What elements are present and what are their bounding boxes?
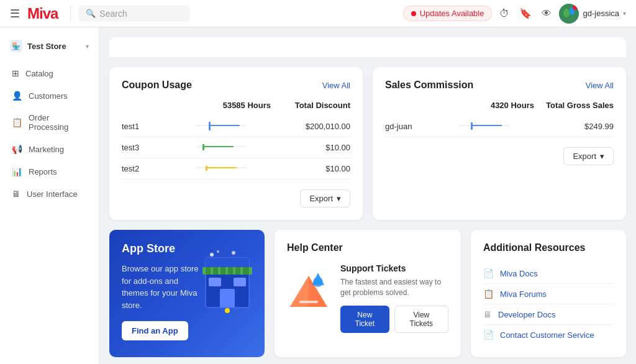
svg-rect-26: [209, 278, 221, 286]
updates-label: Updates Available: [420, 9, 484, 18]
top-banner-partial: [109, 37, 626, 57]
svg-rect-34: [299, 301, 318, 303]
svg-rect-8: [202, 144, 204, 150]
svg-rect-24: [243, 267, 249, 275]
updates-dot: [411, 11, 416, 16]
sales-commission-title: Sales Commission: [385, 80, 473, 91]
svg-point-31: [225, 308, 230, 313]
svg-point-30: [232, 251, 235, 255]
svg-point-1: [563, 9, 570, 17]
analytics-row: Coupon Usage View All 53585 Hours Total …: [109, 67, 626, 220]
user-caret-icon: ▾: [623, 10, 626, 17]
list-item: 📄 Miva Docs: [483, 263, 614, 284]
forums-icon: 📋: [483, 289, 494, 299]
history-icon[interactable]: ⏱: [499, 8, 509, 19]
list-item: 📋 Miva Forums: [483, 284, 614, 304]
help-center-title: Help Center: [287, 242, 448, 253]
svg-rect-11: [206, 166, 207, 171]
developer-docs-link[interactable]: Developer Docs: [498, 310, 556, 319]
topnav-icons: ⏱ 🔖 👁: [499, 7, 552, 19]
miva-docs-link[interactable]: Miva Docs: [500, 269, 538, 278]
app-layout: 🏪 Test Store ▾ ⊞ Catalog 👤 Customers 📋 O…: [0, 27, 636, 364]
export-label: Export: [573, 152, 596, 161]
sales-commission-card: Sales Commission View All 4320 Hours Tot…: [373, 67, 626, 220]
nav-divider: [70, 6, 71, 21]
sidebar-item-catalog[interactable]: ⊞ Catalog: [0, 62, 99, 84]
developer-docs-icon: 🖥: [483, 309, 492, 319]
export-label: Export: [309, 194, 333, 203]
view-tickets-button[interactable]: View Tickets: [394, 306, 448, 333]
contact-support-link[interactable]: Contact Customer Service: [500, 330, 594, 340]
bottom-row: App Store Browse our app store for add-o…: [109, 230, 626, 357]
svg-rect-23: [235, 267, 240, 275]
updates-badge[interactable]: Updates Available: [403, 6, 493, 21]
app-store-description: Browse our app store for add-ons and the…: [122, 263, 207, 311]
row-chart: [196, 141, 271, 154]
search-icon: 🔍: [86, 9, 96, 18]
row-value: $249.99: [539, 122, 614, 131]
support-tickets-desc: The fastest and easiest way to get probl…: [340, 277, 448, 298]
search-bar[interactable]: 🔍 Search: [78, 6, 190, 22]
list-item: 📄 Contact Customer Service: [483, 325, 614, 345]
sidebar-item-user-interface[interactable]: 🖥 User Interface: [0, 183, 99, 205]
coupon-usage-footer: Export ▾: [122, 189, 350, 207]
row-chart: [196, 162, 271, 175]
table-row: test1 $200,010.00: [122, 116, 350, 137]
store-name: Test Store: [27, 42, 66, 51]
sidebar-item-order-processing[interactable]: 📋 Order Processing: [0, 107, 99, 138]
bookmark-icon[interactable]: 🔖: [519, 7, 532, 19]
coupon-usage-header: Coupon Usage View All: [122, 80, 350, 91]
row-name: test2: [122, 164, 191, 173]
additional-resources-card: Additional Resources 📄 Miva Docs 📋 Miva …: [471, 230, 626, 357]
sales-commission-header: Sales Commission View All: [385, 80, 614, 91]
coupon-usage-view-all[interactable]: View All: [322, 81, 350, 90]
miva-forums-link[interactable]: Miva Forums: [500, 289, 547, 299]
svg-rect-14: [471, 122, 473, 130]
export-caret-icon: ▾: [600, 152, 604, 161]
app-store-illustration: [196, 239, 258, 314]
svg-rect-25: [220, 289, 235, 307]
sales-commission-table-header: 4320 Hours Total Gross Sales: [385, 101, 614, 110]
sidebar-item-label: User Interface: [27, 189, 78, 199]
logo: Miva: [27, 5, 58, 22]
help-center-text: Support Tickets The fastest and easiest …: [340, 263, 448, 333]
new-ticket-button[interactable]: New Ticket: [340, 306, 389, 333]
svg-rect-19: [206, 267, 211, 275]
user-menu[interactable]: gd-jessica ▾: [559, 4, 626, 24]
marketing-icon: 📢: [12, 144, 22, 154]
coupon-usage-table-header: 53585 Hours Total Discount: [122, 101, 350, 110]
customers-icon: 👤: [12, 91, 22, 101]
table-row: test3 $10.00: [122, 137, 350, 158]
row-value: $10.00: [276, 143, 350, 152]
username: gd-jessica: [583, 9, 619, 18]
svg-point-28: [210, 253, 214, 257]
help-buttons: New Ticket View Tickets: [340, 306, 448, 333]
store-selector[interactable]: 🏪 Test Store ▾: [0, 35, 99, 57]
coupon-discount-label: Total Discount: [276, 101, 350, 110]
eye-icon[interactable]: 👁: [542, 8, 552, 19]
sidebar-item-label: Reports: [29, 167, 57, 176]
help-illustration: [287, 263, 330, 316]
svg-rect-22: [228, 267, 233, 275]
svg-rect-5: [209, 122, 211, 130]
export-caret-icon: ▾: [337, 194, 341, 203]
coupon-export-button[interactable]: Export ▾: [300, 189, 350, 207]
sidebar-item-label: Marketing: [29, 145, 64, 154]
table-row: test2 $10.00: [122, 158, 350, 180]
sales-commission-view-all[interactable]: View All: [586, 81, 614, 90]
sidebar-item-reports[interactable]: 📊 Reports: [0, 160, 99, 183]
find-app-button[interactable]: Find an App: [122, 321, 188, 340]
svg-rect-21: [220, 267, 225, 275]
user-interface-icon: 🖥: [12, 189, 20, 199]
sales-gross-label: Total Gross Sales: [539, 101, 614, 110]
sidebar-item-marketing[interactable]: 📢 Marketing: [0, 138, 99, 160]
list-item: 🖥 Developer Docs: [483, 304, 614, 325]
svg-point-29: [217, 250, 219, 253]
sidebar-item-customers[interactable]: 👤 Customers: [0, 84, 99, 107]
table-row: gd-juan $249.99: [385, 116, 614, 137]
catalog-icon: ⊞: [12, 68, 19, 78]
hamburger-icon[interactable]: ☰: [10, 7, 20, 20]
sales-export-button[interactable]: Export ▾: [563, 147, 614, 165]
coupon-hours-label: 53585 Hours: [196, 101, 271, 110]
coupon-usage-title: Coupon Usage: [122, 80, 192, 91]
